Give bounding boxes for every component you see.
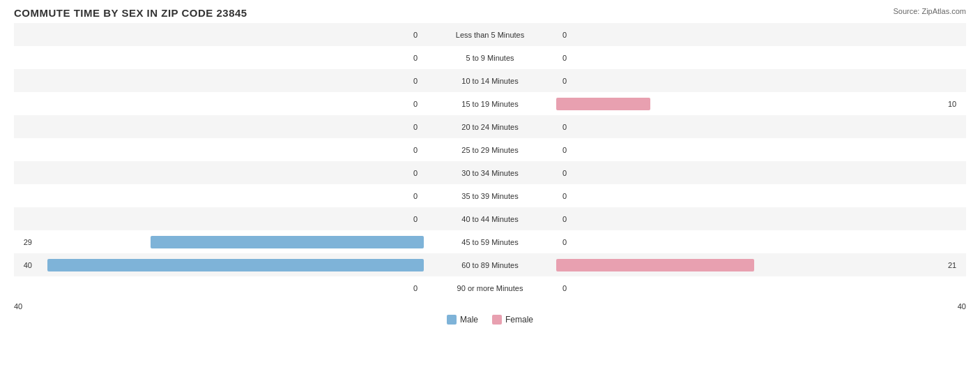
chart-container: COMMUTE TIME BY SEX IN ZIP CODE 23845 So… [0,0,980,365]
right-section: 0 [490,207,966,230]
female-value-8: 0 [562,215,576,223]
left-section: 0 [14,46,490,69]
left-section: 0 [14,276,490,299]
right-section: 10 [490,92,966,115]
female-value-1: 0 [562,54,576,62]
bar-row: 0 20 to 24 Minutes 0 [14,115,966,138]
left-section: 0 [14,184,490,207]
female-value-5: 0 [562,146,576,154]
bar-row: 0 90 or more Minutes 0 [14,276,966,299]
right-section: 0 [490,184,966,207]
bar-row: 29 45 to 59 Minutes 0 [14,230,966,253]
male-value-2: 0 [404,77,418,85]
male-value-1: 0 [404,54,418,62]
legend: Male Female [14,315,966,325]
right-section: 0 [490,23,966,46]
female-value-9: 0 [562,238,576,246]
right-section: 0 [490,138,966,161]
male-value-7: 0 [404,192,418,200]
male-bar-10 [47,259,424,271]
left-section: 0 [14,92,490,115]
axis-row: 40 40 [14,302,966,311]
right-section: 0 [490,276,966,299]
legend-male-label: Male [460,315,478,325]
bar-row: 0 5 to 9 Minutes 0 [14,46,966,69]
bar-row: 0 10 to 14 Minutes 0 [14,69,966,92]
right-section: 0 [490,161,966,184]
left-section: 40 [14,253,490,276]
female-value-2: 0 [562,77,576,85]
bar-row: 0 15 to 19 Minutes 10 [14,92,966,115]
left-section: 0 [14,207,490,230]
male-bar-9 [151,236,424,248]
legend-female-label: Female [505,315,533,325]
bar-row: 0 40 to 44 Minutes 0 [14,207,966,230]
bar-row: 0 35 to 39 Minutes 0 [14,184,966,207]
left-section: 0 [14,23,490,46]
female-value-10: 21 [948,261,962,269]
source-text: Source: ZipAtlas.com [893,7,966,15]
female-value-7: 0 [562,192,576,200]
left-section: 0 [14,161,490,184]
bar-row: 0 Less than 5 Minutes 0 [14,23,966,46]
female-value-0: 0 [562,31,576,39]
male-value-3: 0 [404,100,418,108]
left-section: 0 [14,115,490,138]
bar-row: 0 30 to 34 Minutes 0 [14,161,966,184]
axis-left: 40 [14,302,490,311]
bar-row: 40 60 to 89 Minutes 21 [14,253,966,276]
bar-row: 0 25 to 29 Minutes 0 [14,138,966,161]
male-value-11: 0 [404,284,418,292]
legend-female: Female [492,315,533,325]
male-value-0: 0 [404,31,418,39]
female-bar-10 [556,259,754,271]
title-row: COMMUTE TIME BY SEX IN ZIP CODE 23845 So… [14,7,966,19]
right-section: 0 [490,46,966,69]
axis-right: 40 [490,302,966,311]
chart-title: COMMUTE TIME BY SEX IN ZIP CODE 23845 [14,7,247,19]
female-bar-3 [556,98,650,110]
female-value-11: 0 [562,284,576,292]
right-section: 0 [490,69,966,92]
legend-male: Male [447,315,478,325]
right-section: 0 [490,230,966,253]
legend-female-box [492,315,502,325]
male-value-6: 0 [404,169,418,177]
male-value-10: 40 [18,261,32,269]
female-value-4: 0 [562,123,576,131]
left-section: 29 [14,230,490,253]
right-section: 0 [490,115,966,138]
right-section: 21 [490,253,966,276]
chart-area: 0 Less than 5 Minutes 0 0 5 to 9 Minutes… [14,23,966,299]
male-value-9: 29 [18,238,32,246]
left-section: 0 [14,138,490,161]
legend-male-box [447,315,457,325]
male-value-8: 0 [404,215,418,223]
male-value-4: 0 [404,123,418,131]
female-value-3: 10 [948,100,962,108]
left-section: 0 [14,69,490,92]
female-value-6: 0 [562,169,576,177]
male-value-5: 0 [404,146,418,154]
